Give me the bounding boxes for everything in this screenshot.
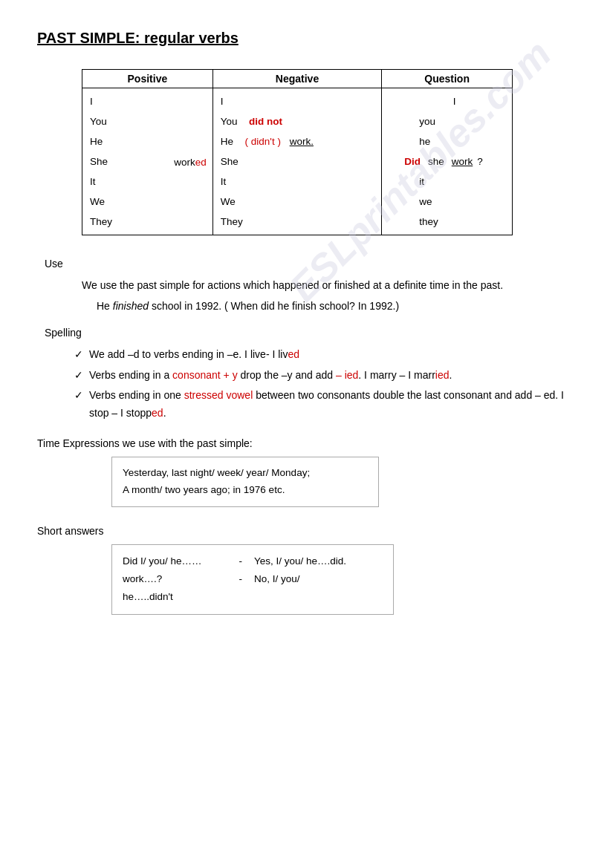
time-expressions-label: Time Expressions we use with the past si… bbox=[37, 437, 573, 449]
spelling-label: Spelling bbox=[45, 327, 573, 339]
neg-pronoun-i: I bbox=[221, 91, 374, 111]
table-header-positive: Positive bbox=[82, 70, 213, 88]
spelling-rule-3: Verbs ending in one stressed vowel betwe… bbox=[74, 387, 573, 422]
neg-pronoun-we: We bbox=[221, 192, 374, 212]
pronoun-you: You bbox=[90, 111, 205, 131]
neg-pronoun-he: He ( didn't ) work. bbox=[221, 131, 374, 151]
use-example: He finished school in 1992. ( When did h… bbox=[97, 298, 573, 314]
pronoun-they: They bbox=[90, 212, 205, 232]
neg-pronoun-they: They bbox=[221, 212, 374, 232]
positive-cell: I You He She It We They worked bbox=[82, 88, 213, 235]
pronoun-i: I bbox=[90, 91, 205, 111]
page-title: PAST SIMPLE: regular verbs bbox=[37, 30, 573, 47]
neg-pronoun-you: You did not bbox=[221, 111, 374, 131]
q-did-row: Did she work ? bbox=[404, 151, 483, 172]
use-label: Use bbox=[45, 258, 573, 270]
positive-verb: worked bbox=[174, 156, 207, 167]
answer-q2: work….? bbox=[123, 570, 233, 588]
answer-dash1: - bbox=[233, 552, 254, 570]
pronoun-he: He bbox=[90, 131, 205, 151]
answer-a2: No, I/ you/ bbox=[254, 570, 383, 588]
pronoun-we: We bbox=[90, 192, 205, 212]
pronoun-it: It bbox=[90, 172, 205, 192]
answer-q1: Did I/ you/ he…… bbox=[123, 552, 233, 570]
answer-a1: Yes, I/ you/ he….did. bbox=[254, 552, 383, 570]
grammar-table: Positive Negative Question I You He She … bbox=[82, 69, 513, 235]
negative-cell: I You did not He ( didn't ) work. She It… bbox=[212, 88, 381, 235]
spelling-rule-2: Verbs ending in a consonant + y drop the… bbox=[74, 367, 573, 385]
neg-pronoun-it: It bbox=[221, 172, 374, 192]
spelling-rule-1: We add –d to verbs ending in –e. I live-… bbox=[74, 346, 573, 364]
q-pronoun-you: you bbox=[419, 111, 435, 131]
use-section: We use the past simple for actions which… bbox=[82, 277, 573, 315]
table-header-negative: Negative bbox=[212, 70, 381, 88]
neg-pronoun-she: She bbox=[221, 151, 374, 172]
q-pronoun-they: they bbox=[419, 212, 438, 232]
question-cell: I you he Did she work ? it we they bbox=[382, 88, 513, 235]
time-expressions-box: Yesterday, last night/ week/ year/ Monda… bbox=[111, 457, 379, 507]
answer-q3: he…..didn't bbox=[123, 588, 383, 606]
q-pronoun-we: we bbox=[419, 192, 432, 212]
answer-dash2: - bbox=[233, 570, 254, 588]
q-pronoun-i: I bbox=[404, 91, 504, 111]
use-paragraph: We use the past simple for actions which… bbox=[82, 277, 573, 293]
short-answers-box: Did I/ you/ he…… - Yes, I/ you/ he….did.… bbox=[111, 544, 394, 615]
q-pronoun-it: it bbox=[419, 172, 424, 192]
table-header-question: Question bbox=[382, 70, 513, 88]
spelling-section: We add –d to verbs ending in –e. I live-… bbox=[67, 346, 573, 422]
q-pronoun-he: he bbox=[419, 131, 430, 151]
short-answers-label: Short answers bbox=[37, 525, 573, 537]
